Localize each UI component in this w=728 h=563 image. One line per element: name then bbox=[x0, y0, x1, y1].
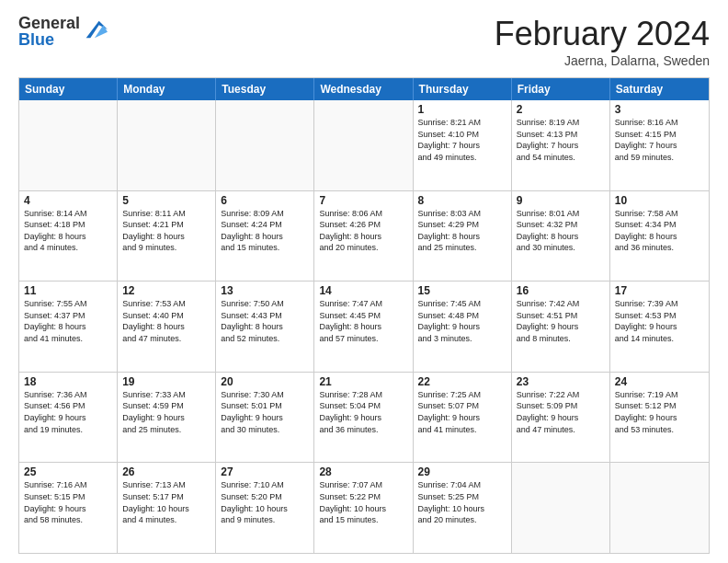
calendar-row-1: 1Sunrise: 8:21 AM Sunset: 4:10 PM Daylig… bbox=[19, 100, 709, 190]
day-number: 4 bbox=[24, 194, 112, 207]
page: General Blue February 2024 Jaerna, Dalar… bbox=[0, 0, 728, 563]
calendar-cell bbox=[216, 100, 314, 190]
calendar-cell: 5Sunrise: 8:11 AM Sunset: 4:21 PM Daylig… bbox=[118, 191, 216, 282]
day-info: Sunrise: 8:19 AM Sunset: 4:13 PM Dayligh… bbox=[517, 117, 605, 163]
calendar-row-3: 11Sunrise: 7:55 AM Sunset: 4:37 PM Dayli… bbox=[19, 281, 709, 372]
day-info: Sunrise: 7:10 AM Sunset: 5:20 PM Dayligh… bbox=[221, 479, 309, 525]
day-number: 12 bbox=[122, 284, 210, 297]
month-title: February 2024 bbox=[495, 15, 710, 53]
logo-general: General bbox=[18, 15, 80, 31]
day-info: Sunrise: 7:28 AM Sunset: 5:04 PM Dayligh… bbox=[319, 389, 407, 435]
calendar-cell: 29Sunrise: 7:04 AM Sunset: 5:25 PM Dayli… bbox=[414, 463, 512, 553]
calendar-cell: 9Sunrise: 8:01 AM Sunset: 4:32 PM Daylig… bbox=[512, 191, 610, 282]
calendar-cell: 2Sunrise: 8:19 AM Sunset: 4:13 PM Daylig… bbox=[512, 100, 610, 190]
calendar-cell: 7Sunrise: 8:06 AM Sunset: 4:26 PM Daylig… bbox=[314, 191, 413, 282]
day-number: 25 bbox=[24, 465, 112, 478]
day-info: Sunrise: 7:47 AM Sunset: 4:45 PM Dayligh… bbox=[319, 298, 407, 344]
calendar-cell: 1Sunrise: 8:21 AM Sunset: 4:10 PM Daylig… bbox=[414, 100, 512, 190]
calendar-cell: 16Sunrise: 7:42 AM Sunset: 4:51 PM Dayli… bbox=[512, 282, 610, 372]
day-number: 20 bbox=[221, 375, 309, 388]
day-number: 13 bbox=[221, 284, 309, 297]
day-number: 6 bbox=[221, 194, 309, 207]
day-info: Sunrise: 7:19 AM Sunset: 5:12 PM Dayligh… bbox=[615, 389, 704, 435]
day-number: 17 bbox=[615, 284, 704, 297]
header: General Blue February 2024 Jaerna, Dalar… bbox=[18, 15, 710, 68]
calendar-cell: 8Sunrise: 8:03 AM Sunset: 4:29 PM Daylig… bbox=[414, 191, 512, 282]
day-number: 11 bbox=[24, 284, 112, 297]
day-info: Sunrise: 8:16 AM Sunset: 4:15 PM Dayligh… bbox=[615, 117, 704, 163]
day-number: 3 bbox=[615, 103, 704, 116]
day-number: 28 bbox=[319, 465, 407, 478]
day-info: Sunrise: 7:13 AM Sunset: 5:17 PM Dayligh… bbox=[122, 479, 210, 525]
calendar-cell: 23Sunrise: 7:22 AM Sunset: 5:09 PM Dayli… bbox=[512, 373, 610, 463]
calendar-body: 1Sunrise: 8:21 AM Sunset: 4:10 PM Daylig… bbox=[19, 100, 709, 553]
calendar-cell: 13Sunrise: 7:50 AM Sunset: 4:43 PM Dayli… bbox=[216, 282, 314, 372]
day-info: Sunrise: 8:09 AM Sunset: 4:24 PM Dayligh… bbox=[221, 208, 309, 254]
calendar-cell: 20Sunrise: 7:30 AM Sunset: 5:01 PM Dayli… bbox=[216, 373, 314, 463]
day-info: Sunrise: 7:30 AM Sunset: 5:01 PM Dayligh… bbox=[221, 389, 309, 435]
calendar-cell: 14Sunrise: 7:47 AM Sunset: 4:45 PM Dayli… bbox=[314, 282, 413, 372]
calendar-cell: 19Sunrise: 7:33 AM Sunset: 4:59 PM Dayli… bbox=[118, 373, 216, 463]
header-day-wednesday: Wednesday bbox=[314, 78, 413, 100]
logo-blue: Blue bbox=[18, 31, 80, 48]
day-number: 2 bbox=[517, 103, 605, 116]
day-number: 8 bbox=[418, 194, 506, 207]
day-number: 9 bbox=[517, 194, 605, 207]
calendar-cell bbox=[19, 100, 118, 190]
logo-icon bbox=[82, 17, 108, 42]
calendar-cell bbox=[512, 463, 610, 553]
day-info: Sunrise: 7:16 AM Sunset: 5:15 PM Dayligh… bbox=[24, 479, 112, 525]
day-info: Sunrise: 7:53 AM Sunset: 4:40 PM Dayligh… bbox=[122, 298, 210, 344]
day-info: Sunrise: 7:50 AM Sunset: 4:43 PM Dayligh… bbox=[221, 298, 309, 344]
header-day-saturday: Saturday bbox=[610, 78, 709, 100]
subtitle: Jaerna, Dalarna, Sweden bbox=[495, 53, 710, 68]
day-info: Sunrise: 8:01 AM Sunset: 4:32 PM Dayligh… bbox=[517, 208, 605, 254]
day-number: 7 bbox=[319, 194, 407, 207]
day-info: Sunrise: 7:45 AM Sunset: 4:48 PM Dayligh… bbox=[418, 298, 506, 344]
calendar-cell: 11Sunrise: 7:55 AM Sunset: 4:37 PM Dayli… bbox=[19, 282, 118, 372]
day-info: Sunrise: 7:33 AM Sunset: 4:59 PM Dayligh… bbox=[122, 389, 210, 435]
calendar-cell: 3Sunrise: 8:16 AM Sunset: 4:15 PM Daylig… bbox=[610, 100, 709, 190]
day-number: 23 bbox=[517, 375, 605, 388]
day-number: 10 bbox=[615, 194, 704, 207]
day-info: Sunrise: 7:25 AM Sunset: 5:07 PM Dayligh… bbox=[418, 389, 506, 435]
day-info: Sunrise: 8:21 AM Sunset: 4:10 PM Dayligh… bbox=[418, 117, 506, 163]
day-info: Sunrise: 7:55 AM Sunset: 4:37 PM Dayligh… bbox=[24, 298, 112, 344]
day-number: 22 bbox=[418, 375, 506, 388]
day-number: 26 bbox=[122, 465, 210, 478]
day-number: 16 bbox=[517, 284, 605, 297]
day-number: 18 bbox=[24, 375, 112, 388]
calendar-cell bbox=[610, 463, 709, 553]
calendar-cell bbox=[118, 100, 216, 190]
calendar-cell: 15Sunrise: 7:45 AM Sunset: 4:48 PM Dayli… bbox=[414, 282, 512, 372]
header-day-friday: Friday bbox=[512, 78, 610, 100]
calendar-cell: 4Sunrise: 8:14 AM Sunset: 4:18 PM Daylig… bbox=[19, 191, 118, 282]
day-info: Sunrise: 8:14 AM Sunset: 4:18 PM Dayligh… bbox=[24, 208, 112, 254]
day-number: 1 bbox=[418, 103, 506, 116]
day-info: Sunrise: 7:58 AM Sunset: 4:34 PM Dayligh… bbox=[615, 208, 704, 254]
day-number: 27 bbox=[221, 465, 309, 478]
calendar-cell: 27Sunrise: 7:10 AM Sunset: 5:20 PM Dayli… bbox=[216, 463, 314, 553]
calendar-row-2: 4Sunrise: 8:14 AM Sunset: 4:18 PM Daylig… bbox=[19, 190, 709, 282]
calendar-cell: 28Sunrise: 7:07 AM Sunset: 5:22 PM Dayli… bbox=[314, 463, 413, 553]
calendar-cell: 26Sunrise: 7:13 AM Sunset: 5:17 PM Dayli… bbox=[118, 463, 216, 553]
day-info: Sunrise: 7:42 AM Sunset: 4:51 PM Dayligh… bbox=[517, 298, 605, 344]
day-number: 21 bbox=[319, 375, 407, 388]
day-info: Sunrise: 8:03 AM Sunset: 4:29 PM Dayligh… bbox=[418, 208, 506, 254]
calendar-cell: 18Sunrise: 7:36 AM Sunset: 4:56 PM Dayli… bbox=[19, 373, 118, 463]
logo-text: General Blue bbox=[18, 15, 80, 48]
header-day-tuesday: Tuesday bbox=[216, 78, 314, 100]
day-info: Sunrise: 7:07 AM Sunset: 5:22 PM Dayligh… bbox=[319, 479, 407, 525]
day-number: 29 bbox=[418, 465, 506, 478]
header-day-monday: Monday bbox=[118, 78, 216, 100]
calendar-cell: 24Sunrise: 7:19 AM Sunset: 5:12 PM Dayli… bbox=[610, 373, 709, 463]
day-number: 5 bbox=[122, 194, 210, 207]
day-number: 19 bbox=[122, 375, 210, 388]
day-info: Sunrise: 8:11 AM Sunset: 4:21 PM Dayligh… bbox=[122, 208, 210, 254]
day-info: Sunrise: 7:04 AM Sunset: 5:25 PM Dayligh… bbox=[418, 479, 506, 525]
day-info: Sunrise: 7:39 AM Sunset: 4:53 PM Dayligh… bbox=[615, 298, 704, 344]
calendar-cell: 10Sunrise: 7:58 AM Sunset: 4:34 PM Dayli… bbox=[610, 191, 709, 282]
calendar-cell: 22Sunrise: 7:25 AM Sunset: 5:07 PM Dayli… bbox=[414, 373, 512, 463]
calendar: SundayMondayTuesdayWednesdayThursdayFrid… bbox=[18, 77, 710, 554]
day-number: 14 bbox=[319, 284, 407, 297]
